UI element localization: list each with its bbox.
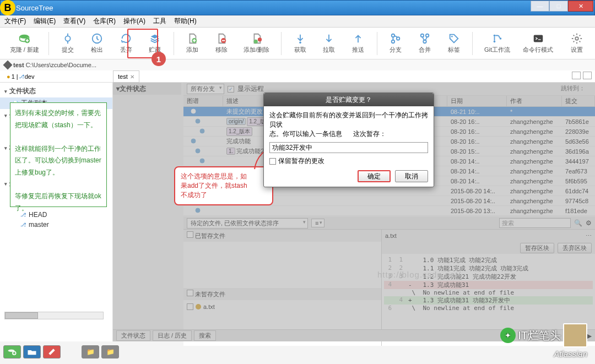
remote-master[interactable]: ⎇master [0,220,112,230]
svg-point-13 [426,34,429,37]
menu-file[interactable]: 文件(F) [4,17,26,26]
svg-point-9 [392,34,395,37]
brand-avatar [563,323,587,347]
tool-remove[interactable]: 移除 [209,30,235,57]
tool-terminal[interactable]: 命令行模式 [520,30,557,57]
tool-tag[interactable]: 标签 [441,30,467,57]
file-row[interactable]: a.txt [186,302,379,311]
btab-search[interactable]: 搜索 [194,330,216,341]
svg-rect-19 [534,35,543,42]
menu-edit[interactable]: 编辑(E) [34,17,56,26]
svg-point-12 [421,34,424,37]
view-mode-icon[interactable] [572,72,581,79]
tool-add[interactable]: 添加 [180,30,205,57]
folder-button-2[interactable]: 📁 [101,345,119,358]
tool-branch[interactable]: 分支 [383,30,409,57]
atlassian-label: Atlassian [554,349,587,358]
unstaged-hdr: 未暂存文件 [195,291,225,297]
menu-action[interactable]: 操作(A) [123,17,145,26]
tabs: test✕ [113,70,139,83]
tool-pull[interactable]: 拉取 [316,30,342,57]
pending-sort[interactable]: 待定的文件, 已依照文件状态排序 [187,218,308,229]
window-title: SourceTree [16,4,53,12]
annotation-callout: 这个选项的意思是，如 果add了文件，就stash 不成功了 [174,166,273,205]
repo-icon [3,61,13,70]
search-input[interactable] [499,218,571,228]
tool-fetch[interactable]: 获取 [287,30,313,57]
menu-tools[interactable]: 工具 [153,17,166,26]
svg-point-10 [392,40,395,44]
repo-actions: 📁 📁 [3,345,119,358]
svg-point-15 [451,36,453,37]
modified-icon [196,304,201,309]
maximize-button[interactable]: □ [549,1,568,12]
tool-settings[interactable]: 设置 [564,30,589,57]
chk-staged[interactable] [187,231,193,238]
chk-show-remote[interactable]: ✓ [228,86,234,93]
watermark: http://blog.csdn.net/ [377,270,461,279]
tool-commit[interactable]: 提交 [55,30,80,57]
open-repo-button[interactable] [23,345,41,358]
svg-point-6 [253,40,257,44]
wechat-icon: ✦ [500,328,516,343]
filter-branch[interactable]: 所有分支 [187,84,224,94]
btab-log[interactable]: 日志 / 历史 [153,330,192,341]
chk-unstaged[interactable] [187,290,193,296]
minimize-button[interactable]: — [531,1,549,12]
tool-discard[interactable]: 丢弃 [113,30,139,57]
svg-point-24 [191,139,196,143]
annotation-note: 遇到有未提交的时候，需要先把现场贮藏（stash）一下。 这样就能得到一个干净的… [10,102,107,207]
sidebar-scrollbar[interactable] [4,312,104,319]
jump-to-label: 跳转到： [561,84,585,93]
diff-filename: a.txt [385,232,397,239]
stage-hunk-button[interactable]: 暂存区块 [520,243,554,253]
table-row[interactable]: 2015-08-20 13:..zhangzhengzhef181ede [183,206,595,216]
gear-icon[interactable]: ⚙ [586,219,592,227]
tool-checkout[interactable]: 检出 [84,30,110,57]
tool-clone[interactable]: 克隆 / 新建 [6,30,43,57]
svg-point-21 [191,109,196,113]
search-icon[interactable]: 🔍 [574,219,582,227]
menu-repo[interactable]: 仓库(R) [93,17,116,26]
dialog-title: 是否贮藏变更？ [264,93,434,106]
svg-point-16 [493,35,495,37]
titlebar: SourceTree — □ ✕ [0,0,595,15]
btab-filestatus[interactable]: 文件状态 [116,330,150,341]
keep-staged-checkbox[interactable] [269,158,276,165]
ok-button[interactable]: 确定 [358,170,391,182]
section-filestatus[interactable]: ▾文件状态 [0,85,112,97]
tool-addremove[interactable]: 添加/删除 [238,30,275,57]
tool-push[interactable]: 推送 [345,30,371,57]
chevron-right-icon[interactable]: ▶ [587,332,592,340]
pathbar: test C:\Users\zcube\Docume... [0,59,595,70]
toolbar: 克隆 / 新建 提交 检出 丢弃 贮藏 添加 移除 添加/删除 获取 拉取 推送… [0,28,595,59]
view-mode-icon-2[interactable] [583,72,592,79]
svg-point-2 [65,36,70,41]
annotation-b: B [0,0,15,15]
show-remote-label: 显示远程 [237,84,264,94]
branch-icon: ⎇ [18,73,25,80]
svg-point-20 [575,37,578,40]
svg-point-17 [493,41,495,43]
tool-merge[interactable]: 合并 [412,30,438,57]
stash-message-input[interactable] [269,142,428,153]
menu-view[interactable]: 查看(V) [63,17,85,26]
svg-point-7 [258,37,262,41]
cancel-button[interactable]: 取消 [395,170,428,182]
file-status-header[interactable]: 文件状态 [120,84,146,94]
tab-test[interactable]: test✕ [113,70,139,83]
svg-point-23 [200,129,204,133]
close-button[interactable]: ✕ [568,1,593,12]
add-repo-button[interactable] [3,345,21,358]
discard-hunk-button[interactable]: 丢弃区块 [558,243,592,253]
repo-name: test [13,62,24,68]
folder-button-1[interactable]: 📁 [82,345,99,358]
remove-repo-button[interactable] [43,345,61,358]
close-icon[interactable]: ✕ [130,74,134,80]
tool-gitflow[interactable]: Git工作流 [478,30,516,57]
menu-help[interactable]: 帮助(H) [174,17,197,26]
svg-point-0 [20,35,29,39]
stash-dialog: 是否贮藏变更？ 这会贮藏你目前所有的改变并返回到一个干净的工作拷贝状 态。你可以… [263,93,434,187]
view-toggle[interactable]: ≡ [311,219,324,227]
svg-point-26 [200,159,204,163]
